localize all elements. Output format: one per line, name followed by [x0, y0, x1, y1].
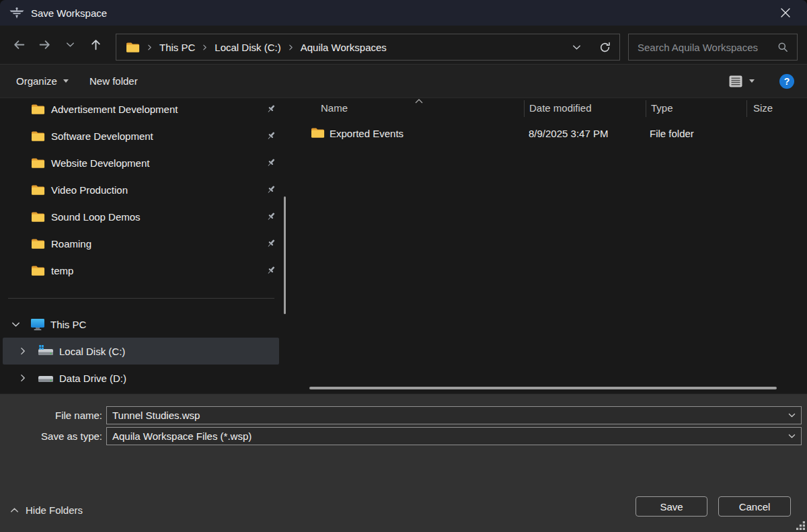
folder-icon: [31, 130, 45, 142]
pin-icon[interactable]: [266, 184, 276, 195]
this-pc-icon: [30, 318, 45, 331]
sidebar-item-software-development[interactable]: Software Development: [0, 122, 294, 149]
sidebar-item-sound-loop-demos[interactable]: Sound Loop Demos: [0, 203, 294, 230]
sidebar-item-data-drive-d[interactable]: Data Drive (D:): [0, 365, 279, 391]
hide-folders-button[interactable]: Hide Folders: [9, 500, 83, 520]
column-header-type[interactable]: Type: [651, 98, 673, 118]
chevron-right-icon[interactable]: [18, 346, 28, 356]
view-options-button[interactable]: [729, 75, 755, 87]
folder-icon: [31, 238, 45, 250]
content-area: Advertisement Development Software Devel…: [0, 98, 807, 393]
new-folder-button[interactable]: New folder: [89, 65, 138, 98]
refresh-icon: [599, 42, 611, 53]
chevron-right-icon[interactable]: [18, 373, 28, 383]
resize-grip[interactable]: [796, 521, 805, 530]
pinned-folders: Advertisement Development Software Devel…: [0, 96, 294, 284]
sidebar-item-label: Website Development: [51, 157, 149, 169]
column-header-name[interactable]: Name: [321, 98, 348, 118]
column-divider[interactable]: [524, 100, 525, 117]
navigation-bar: This PC Local Disk (C:) Aquila Workspace…: [0, 26, 807, 64]
recent-locations-button[interactable]: [57, 32, 83, 58]
column-divider[interactable]: [646, 100, 646, 117]
pin-icon[interactable]: [266, 130, 276, 141]
organize-button[interactable]: Organize: [16, 65, 69, 98]
vertical-scrollbar-thumb[interactable]: [284, 196, 286, 314]
chevron-down-icon: [572, 42, 582, 52]
arrow-left-icon: [13, 38, 26, 51]
sidebar-item-video-production[interactable]: Video Production: [0, 176, 294, 203]
file-name-combo: [106, 406, 802, 424]
dropdown-triangle-icon: [63, 79, 69, 83]
file-date-modified: 8/9/2025 3:47 PM: [529, 124, 608, 144]
file-name-input[interactable]: [106, 406, 802, 424]
folder-icon: [31, 211, 45, 223]
save-as-type-value: Aquila Workspace Files (*.wsp): [106, 427, 802, 445]
nav-buttons: [6, 26, 108, 64]
pin-icon[interactable]: [266, 211, 276, 222]
refresh-button[interactable]: [590, 34, 619, 60]
save-workspace-dialog: Save Workspace This PC Local Disk (C:) A…: [0, 0, 807, 532]
column-headers: Name Date modified Type Size: [294, 98, 807, 118]
save-button[interactable]: Save: [636, 496, 707, 517]
sidebar-item-label: Sound Loop Demos: [51, 211, 141, 223]
sidebar-separator: [8, 298, 274, 299]
file-list-pane: Name Date modified Type Size Exported Ev…: [294, 98, 807, 393]
sidebar-item-advertisement-development[interactable]: Advertisement Development: [0, 96, 294, 122]
search-icon[interactable]: [777, 42, 788, 52]
pin-icon[interactable]: [266, 238, 276, 249]
column-divider[interactable]: [746, 100, 747, 117]
folder-icon: [31, 184, 45, 196]
sidebar-item-roaming[interactable]: Roaming: [0, 230, 294, 257]
up-button[interactable]: [83, 32, 108, 58]
folder-icon: [31, 104, 45, 115]
sidebar-item-label: Advertisement Development: [51, 104, 178, 115]
arrow-up-icon: [89, 38, 102, 51]
save-as-type-combo[interactable]: Aquila Workspace Files (*.wsp): [106, 427, 802, 445]
address-bar-controls: [563, 34, 619, 60]
file-type: File folder: [650, 124, 694, 144]
breadcrumb-chevron-icon: [287, 44, 295, 51]
sidebar-item-label: This PC: [50, 319, 86, 330]
pin-icon[interactable]: [266, 265, 276, 276]
titlebar: Save Workspace: [0, 0, 807, 26]
command-toolbar: Organize New folder ?: [0, 64, 807, 98]
address-dropdown-button[interactable]: [563, 34, 590, 60]
breadcrumb-chevron-icon: [201, 44, 208, 51]
save-as-type-label: Save as type:: [0, 427, 102, 445]
help-glyph: ?: [784, 76, 790, 87]
close-icon: [781, 8, 790, 17]
breadcrumb-aquila-workspaces[interactable]: Aquila Workspaces: [301, 42, 387, 53]
sidebar-item-label: Data Drive (D:): [59, 373, 126, 384]
breadcrumb-this-pc[interactable]: This PC: [159, 42, 195, 53]
pin-icon[interactable]: [266, 157, 276, 168]
address-bar[interactable]: This PC Local Disk (C:) Aquila Workspace…: [116, 34, 620, 61]
hide-folders-label: Hide Folders: [26, 504, 83, 516]
back-button[interactable]: [6, 32, 32, 58]
local-disk-icon: [38, 345, 54, 357]
folder-icon: [311, 127, 325, 139]
chevron-down-icon[interactable]: [11, 319, 21, 330]
search-input[interactable]: [629, 42, 775, 53]
breadcrumb-local-disk-c[interactable]: Local Disk (C:): [215, 42, 280, 53]
file-name-label: File name:: [0, 406, 102, 424]
file-row-exported-events[interactable]: Exported Events 8/9/2025 3:47 PM File fo…: [294, 124, 800, 144]
search-box: [628, 34, 798, 61]
navigation-pane: Advertisement Development Software Devel…: [0, 98, 294, 393]
column-header-date-modified[interactable]: Date modified: [529, 98, 592, 118]
sidebar-item-website-development[interactable]: Website Development: [0, 149, 294, 176]
breadcrumb-chevron-icon: [146, 44, 153, 51]
chevron-up-icon: [9, 505, 20, 515]
sidebar-item-label: temp: [51, 265, 73, 276]
sidebar-item-local-disk-c[interactable]: Local Disk (C:): [3, 338, 279, 365]
sidebar-item-this-pc[interactable]: This PC: [0, 311, 279, 338]
cancel-button[interactable]: Cancel: [718, 496, 791, 517]
new-folder-label: New folder: [89, 75, 138, 87]
sidebar-item-temp[interactable]: temp: [0, 257, 294, 284]
close-button[interactable]: [764, 0, 807, 26]
column-header-size[interactable]: Size: [753, 98, 773, 118]
forward-button[interactable]: [32, 32, 57, 58]
pin-icon[interactable]: [266, 104, 276, 114]
horizontal-scrollbar-thumb[interactable]: [309, 387, 777, 389]
sidebar-item-label: Software Development: [51, 130, 153, 142]
help-button[interactable]: ?: [779, 74, 794, 89]
